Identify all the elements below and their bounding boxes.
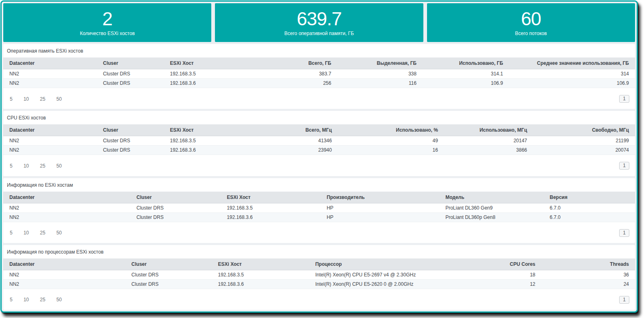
pager: 5 10 25 50 1: [3, 88, 635, 105]
page-size-options: 5 10 25 50: [10, 96, 62, 102]
column-header-cluster[interactable]: Cluser: [129, 258, 216, 270]
cpu-table: Datacenter Cluser ESXi Хост Всего, МГц И…: [3, 124, 635, 155]
page-size-25[interactable]: 25: [40, 163, 45, 169]
cell: NN2: [3, 146, 101, 155]
host-info-table: Datacenter Cluser ESXi Хост Производител…: [3, 192, 635, 222]
column-header-esxi-host[interactable]: ESXi Хост: [224, 192, 324, 203]
page-number-button[interactable]: 1: [619, 95, 629, 103]
cell: ProLiant DL360p Gen8: [443, 212, 547, 222]
stat-card-esxi-host-count: 2 Количество ESXi хостов: [3, 3, 211, 42]
cell: 41346: [245, 136, 334, 146]
cell: 338: [334, 69, 419, 79]
cell: NN2: [3, 79, 101, 88]
column-header-used-mhz[interactable]: Использовано, МГц: [440, 124, 530, 136]
column-header-used-pct[interactable]: Использовано, %: [334, 124, 440, 136]
page-size-25[interactable]: 25: [40, 297, 45, 303]
cell: NN2: [3, 136, 101, 146]
column-header-esxi-host[interactable]: ESXi Хост: [168, 124, 245, 136]
column-header-allocated-gb[interactable]: Выделенная, ГБ: [334, 57, 419, 69]
table-row: NN2 Cluster DRS 192.168.3.6 Intel(R) Xeo…: [3, 279, 635, 289]
cell: Intel(R) Xeon(R) CPU E5-2697 v4 @ 2.30GH…: [313, 270, 449, 279]
page-size-50[interactable]: 50: [56, 297, 61, 303]
cell: 24: [538, 279, 635, 289]
cell: 192.168.3.6: [168, 146, 245, 155]
page-size-10[interactable]: 10: [24, 230, 29, 236]
column-header-cpu-cores[interactable]: CPU Cores: [449, 258, 538, 270]
page-size-10[interactable]: 10: [24, 96, 29, 102]
cell: Cluster DRS: [101, 79, 168, 88]
page-size-50[interactable]: 50: [56, 230, 61, 236]
table-header-row: Datacenter Cluser ESXi Хост Процессор CP…: [3, 258, 635, 270]
cpu-info-table: Datacenter Cluser ESXi Хост Процессор CP…: [3, 258, 635, 289]
dashboard-frame: 2 Количество ESXi хостов 639.7 Всего опе…: [0, 0, 638, 313]
cell: ProLiant DL360 Gen9: [443, 203, 547, 212]
column-header-processor[interactable]: Процессор: [313, 258, 449, 270]
cell: Cluster DRS: [134, 203, 224, 212]
cell: 3866: [440, 146, 530, 155]
page-size-5[interactable]: 5: [10, 96, 13, 102]
section-title: CPU ESXi хостов: [3, 111, 635, 124]
table-row: NN2 Cluster DRS 192.168.3.5 HP ProLiant …: [3, 203, 635, 212]
column-header-model[interactable]: Модель: [443, 192, 547, 203]
ram-table: Datacenter Cluser ESXi Хост Всего, ГБ Вы…: [3, 57, 635, 88]
section-cpu: CPU ESXi хостов Datacenter Cluser ESXi Х…: [3, 111, 635, 176]
cell: 314: [506, 69, 635, 79]
column-header-total-gb[interactable]: Всего, ГБ: [245, 57, 334, 69]
table-row: NN2 Cluster DRS 192.168.3.5 41346 49 201…: [3, 136, 635, 146]
page-size-25[interactable]: 25: [40, 230, 45, 236]
column-header-version[interactable]: Версия: [547, 192, 635, 203]
section-title: Информация по ESXi хостам: [3, 178, 635, 192]
cell: NN2: [3, 69, 101, 79]
cell: 36: [538, 270, 635, 279]
cell: 106.9: [419, 79, 506, 88]
column-header-threads[interactable]: Threads: [538, 258, 635, 270]
table-row: NN2 Cluster DRS 192.168.3.6 HP ProLiant …: [3, 212, 635, 222]
page-number-button[interactable]: 1: [619, 162, 629, 170]
stats-row: 2 Количество ESXi хостов 639.7 Всего опе…: [3, 3, 635, 42]
column-header-esxi-host[interactable]: ESXi Хост: [168, 57, 245, 69]
column-header-cluster[interactable]: Cluser: [134, 192, 224, 203]
cell: 12: [449, 279, 538, 289]
page-number-button[interactable]: 1: [619, 229, 629, 237]
cell: Cluster DRS: [101, 136, 168, 146]
cell: 116: [334, 79, 419, 88]
cell: 18: [449, 270, 538, 279]
column-header-avg-usage-gb[interactable]: Среднее значение использования, ГБ: [506, 57, 635, 69]
column-header-total-mhz[interactable]: Всего, МГц: [245, 124, 334, 136]
cell: 314.1: [419, 69, 506, 79]
stat-label: Всего потоков: [515, 31, 547, 36]
page-size-25[interactable]: 25: [40, 96, 45, 102]
cell: Cluster DRS: [101, 69, 168, 79]
table-row: NN2 Cluster DRS 192.168.3.5 Intel(R) Xeo…: [3, 270, 635, 279]
stat-value: 60: [521, 9, 541, 29]
column-header-used-gb[interactable]: Использовано, ГБ: [419, 57, 506, 69]
column-header-datacenter[interactable]: Datacenter: [3, 124, 101, 136]
cell: NN2: [3, 279, 129, 289]
page-size-options: 5 10 25 50: [10, 297, 62, 303]
column-header-free-mhz[interactable]: Свободно, МГц: [530, 124, 635, 136]
column-header-datacenter[interactable]: Datacenter: [3, 57, 101, 69]
column-header-cluster[interactable]: Cluser: [101, 124, 168, 136]
section-cpu-info: Информация по процессорам ESXi хостов Da…: [3, 245, 635, 310]
page-size-50[interactable]: 50: [56, 96, 61, 102]
column-header-vendor[interactable]: Производитель: [324, 192, 443, 203]
cell: 192.168.3.5: [168, 69, 245, 79]
page-size-10[interactable]: 10: [24, 163, 29, 169]
cell: 383.7: [245, 69, 334, 79]
column-header-esxi-host[interactable]: ESXi Хост: [215, 258, 313, 270]
cell: Cluster DRS: [129, 279, 216, 289]
cell: 21199: [530, 136, 635, 146]
page-size-5[interactable]: 5: [10, 297, 13, 303]
page-size-options: 5 10 25 50: [10, 163, 62, 169]
column-header-datacenter[interactable]: Datacenter: [3, 258, 129, 270]
sections-container: Оперативная память ESXi хостов Datacente…: [3, 44, 635, 310]
table-header-row: Datacenter Cluser ESXi Хост Производител…: [3, 192, 635, 203]
column-header-cluster[interactable]: Cluser: [101, 57, 168, 69]
page-number-button[interactable]: 1: [619, 296, 629, 304]
page-size-10[interactable]: 10: [24, 297, 29, 303]
pager: 5 10 25 50 1: [3, 155, 635, 172]
page-size-50[interactable]: 50: [56, 163, 61, 169]
page-size-5[interactable]: 5: [10, 163, 13, 169]
page-size-5[interactable]: 5: [10, 230, 13, 236]
column-header-datacenter[interactable]: Datacenter: [3, 192, 134, 203]
